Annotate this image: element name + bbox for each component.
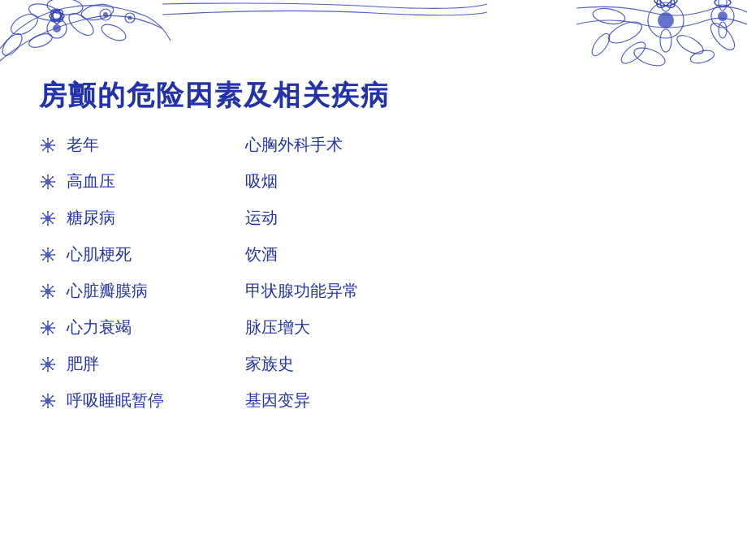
floral-decoration-top: .floral { fill: none; stroke: #3344bb; s…: [0, 0, 747, 69]
svg-point-31: [654, 0, 678, 11]
svg-point-134: [52, 368, 54, 369]
svg-point-77: [47, 211, 49, 213]
page-title: 房颤的危险因素及相关疾病: [39, 77, 390, 114]
svg-point-133: [42, 358, 44, 360]
svg-point-123: [42, 331, 44, 333]
svg-point-142: [47, 394, 49, 395]
svg-point-20: [125, 13, 135, 23]
svg-point-43: [719, 22, 727, 38]
svg-point-120: [42, 321, 44, 323]
svg-point-40: [711, 5, 734, 28]
svg-point-56: [52, 149, 54, 150]
svg-point-66: [41, 180, 42, 182]
svg-point-1: [27, 1, 62, 24]
svg-point-32: [606, 18, 645, 48]
svg-point-13: [50, 12, 64, 20]
svg-point-5: [28, 31, 54, 50]
item-left-text: 高血压: [67, 170, 245, 192]
svg-point-55: [42, 139, 44, 140]
content-area: 老年心胸外科手术 高血压吸烟: [39, 134, 705, 426]
svg-point-57: [52, 139, 54, 140]
svg-point-12: [50, 12, 64, 20]
svg-point-24: [660, 0, 671, 11]
item-right-text: 运动: [245, 207, 489, 229]
list-item: 心肌梗死饮酒: [39, 243, 705, 265]
svg-point-122: [52, 321, 54, 323]
item-right-text: 饮酒: [245, 243, 489, 265]
svg-point-80: [54, 217, 55, 218]
svg-point-37: [674, 32, 706, 58]
item-left-text: 糖尿病: [67, 207, 245, 229]
svg-point-108: [52, 295, 54, 296]
bullet-icon: [39, 319, 57, 337]
svg-point-91: [47, 261, 49, 262]
bullet-icon: [39, 136, 57, 154]
svg-point-148: [52, 394, 54, 396]
svg-point-70: [52, 175, 54, 177]
item-left-text: 肥胖: [67, 353, 245, 375]
svg-point-71: [42, 185, 44, 187]
svg-point-68: [42, 175, 44, 177]
svg-point-136: [42, 368, 44, 369]
bullet-icon: [39, 282, 57, 300]
svg-point-93: [54, 253, 55, 255]
svg-point-0: [7, 10, 41, 38]
item-right-text: 基因变异: [245, 390, 489, 411]
svg-point-109: [52, 285, 54, 286]
svg-point-145: [54, 399, 55, 401]
item-left-text: 心脏瓣膜病: [67, 280, 245, 302]
svg-point-3: [46, 0, 84, 16]
svg-point-103: [47, 284, 49, 286]
svg-point-15: [49, 8, 65, 24]
svg-point-9: [53, 24, 61, 32]
item-right-text: 心胸外科手术: [245, 134, 489, 156]
svg-point-105: [41, 290, 42, 291]
svg-point-110: [42, 295, 44, 296]
svg-point-64: [47, 174, 49, 176]
svg-point-10: [53, 9, 61, 24]
list-item: 糖尿病运动: [39, 207, 705, 229]
svg-point-149: [42, 404, 44, 406]
svg-point-6: [80, 2, 115, 23]
svg-point-26: [654, 0, 677, 6]
svg-point-82: [52, 222, 54, 223]
svg-point-58: [42, 149, 44, 150]
svg-point-45: [715, 0, 731, 6]
svg-point-2: [0, 31, 25, 59]
svg-point-53: [41, 144, 42, 145]
svg-point-146: [42, 394, 44, 396]
svg-point-33: [592, 6, 627, 27]
item-right-text: 吸烟: [245, 170, 489, 192]
svg-point-118: [41, 326, 42, 328]
list-item: 老年心胸外科手术: [39, 134, 705, 156]
svg-point-135: [52, 358, 54, 360]
svg-point-51: [47, 138, 49, 140]
svg-point-78: [47, 224, 49, 226]
svg-point-36: [632, 45, 667, 69]
item-right-text: 家族史: [245, 353, 489, 375]
svg-point-21: [128, 16, 132, 20]
svg-point-29: [654, 0, 678, 11]
svg-point-42: [719, 0, 727, 11]
svg-point-92: [41, 253, 42, 255]
svg-point-14: [49, 8, 65, 24]
svg-point-69: [52, 185, 54, 187]
svg-point-39: [706, 19, 739, 54]
bullet-icon: [39, 209, 57, 227]
svg-point-119: [54, 326, 55, 328]
list-item: 呼吸睡眠暂停基因变异: [39, 390, 705, 411]
svg-point-54: [54, 144, 55, 145]
svg-point-28: [654, 0, 678, 11]
svg-point-4: [65, 10, 97, 40]
list-item: 心脏瓣膜病甲状腺功能异常: [39, 280, 705, 302]
svg-point-106: [54, 290, 55, 291]
svg-point-116: [47, 321, 49, 322]
svg-point-83: [52, 212, 54, 213]
svg-point-38: [689, 48, 716, 65]
svg-point-25: [660, 29, 671, 52]
svg-point-30: [654, 0, 678, 11]
item-left-text: 呼吸睡眠暂停: [67, 390, 245, 411]
svg-point-7: [99, 21, 128, 44]
item-right-text: 甲状腺功能异常: [245, 280, 489, 302]
svg-point-17: [49, 8, 65, 24]
